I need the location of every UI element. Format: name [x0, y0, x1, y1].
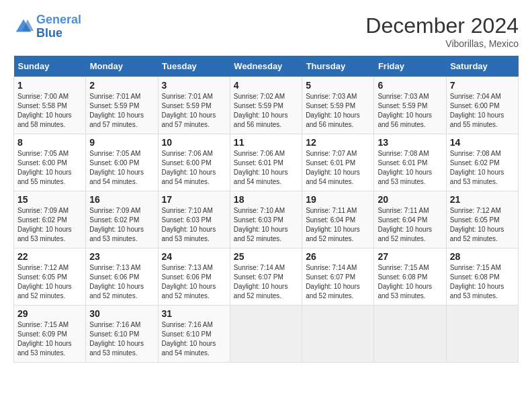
day-info: Sunrise: 7:10 AM Sunset: 6:03 PM Dayligh…: [234, 206, 298, 244]
weekday-header-row: SundayMondayTuesdayWednesdayThursdayFrid…: [14, 56, 519, 77]
calendar-cell: 27Sunrise: 7:15 AM Sunset: 6:08 PM Dayli…: [374, 248, 446, 306]
calendar-cell: 5Sunrise: 7:03 AM Sunset: 5:59 PM Daylig…: [302, 77, 374, 134]
day-info: Sunrise: 7:09 AM Sunset: 6:02 PM Dayligh…: [89, 206, 154, 244]
day-number: 20: [378, 194, 442, 205]
day-info: Sunrise: 7:12 AM Sunset: 6:05 PM Dayligh…: [450, 206, 515, 244]
day-number: 29: [17, 308, 82, 319]
calendar-cell: 24Sunrise: 7:13 AM Sunset: 6:06 PM Dayli…: [158, 248, 230, 306]
day-number: 22: [17, 251, 82, 262]
day-info: Sunrise: 7:01 AM Sunset: 5:59 PM Dayligh…: [162, 92, 226, 130]
calendar-cell: 4Sunrise: 7:02 AM Sunset: 5:59 PM Daylig…: [230, 77, 302, 134]
calendar-cell: 2Sunrise: 7:01 AM Sunset: 5:59 PM Daylig…: [86, 77, 158, 134]
day-number: 8: [17, 137, 82, 148]
calendar-cell: [302, 306, 374, 363]
day-number: 4: [234, 80, 298, 91]
calendar-cell: 3Sunrise: 7:01 AM Sunset: 5:59 PM Daylig…: [158, 77, 230, 134]
day-number: 24: [162, 251, 226, 262]
weekday-header-monday: Monday: [86, 56, 158, 77]
day-number: 18: [234, 194, 298, 205]
day-number: 12: [306, 137, 370, 148]
calendar-week-row: 22Sunrise: 7:12 AM Sunset: 6:05 PM Dayli…: [14, 248, 519, 306]
day-number: 17: [162, 194, 226, 205]
day-info: Sunrise: 7:12 AM Sunset: 6:05 PM Dayligh…: [17, 263, 82, 301]
day-info: Sunrise: 7:15 AM Sunset: 6:09 PM Dayligh…: [17, 320, 82, 358]
day-number: 21: [450, 194, 515, 205]
day-info: Sunrise: 7:06 AM Sunset: 6:01 PM Dayligh…: [234, 149, 298, 187]
day-info: Sunrise: 7:05 AM Sunset: 6:00 PM Dayligh…: [17, 149, 82, 187]
day-number: 13: [378, 137, 442, 148]
day-info: Sunrise: 7:15 AM Sunset: 6:08 PM Dayligh…: [450, 263, 515, 301]
day-number: 28: [450, 251, 515, 262]
day-number: 26: [306, 251, 370, 262]
day-number: 10: [162, 137, 226, 148]
calendar-week-row: 15Sunrise: 7:09 AM Sunset: 6:02 PM Dayli…: [14, 191, 519, 248]
day-info: Sunrise: 7:14 AM Sunset: 6:07 PM Dayligh…: [306, 263, 370, 301]
calendar-cell: 26Sunrise: 7:14 AM Sunset: 6:07 PM Dayli…: [302, 248, 374, 306]
page-header: General Blue December 2024 Viborillas, M…: [13, 13, 519, 49]
day-info: Sunrise: 7:08 AM Sunset: 6:01 PM Dayligh…: [378, 149, 442, 187]
day-info: Sunrise: 7:10 AM Sunset: 6:03 PM Dayligh…: [162, 206, 226, 244]
day-number: 6: [378, 80, 442, 91]
calendar-cell: 7Sunrise: 7:04 AM Sunset: 6:00 PM Daylig…: [446, 77, 518, 134]
day-number: 15: [17, 194, 82, 205]
location: Viborillas, Mexico: [365, 38, 519, 49]
calendar-cell: [446, 306, 518, 363]
calendar-table: SundayMondayTuesdayWednesdayThursdayFrid…: [13, 56, 519, 363]
day-number: 3: [162, 80, 226, 91]
calendar-cell: 21Sunrise: 7:12 AM Sunset: 6:05 PM Dayli…: [446, 191, 518, 248]
weekday-header-friday: Friday: [374, 56, 446, 77]
day-number: 14: [450, 137, 515, 148]
day-info: Sunrise: 7:09 AM Sunset: 6:02 PM Dayligh…: [17, 206, 82, 244]
day-number: 27: [378, 251, 442, 262]
day-number: 9: [89, 137, 154, 148]
calendar-cell: 6Sunrise: 7:03 AM Sunset: 5:59 PM Daylig…: [374, 77, 446, 134]
day-number: 30: [89, 308, 154, 319]
calendar-cell: 10Sunrise: 7:06 AM Sunset: 6:00 PM Dayli…: [158, 134, 230, 191]
calendar-cell: 8Sunrise: 7:05 AM Sunset: 6:00 PM Daylig…: [14, 134, 86, 191]
day-info: Sunrise: 7:03 AM Sunset: 5:59 PM Dayligh…: [306, 92, 370, 130]
day-info: Sunrise: 7:04 AM Sunset: 6:00 PM Dayligh…: [450, 92, 515, 130]
calendar-cell: 19Sunrise: 7:11 AM Sunset: 6:04 PM Dayli…: [302, 191, 374, 248]
calendar-cell: 18Sunrise: 7:10 AM Sunset: 6:03 PM Dayli…: [230, 191, 302, 248]
calendar-cell: 17Sunrise: 7:10 AM Sunset: 6:03 PM Dayli…: [158, 191, 230, 248]
day-info: Sunrise: 7:05 AM Sunset: 6:00 PM Dayligh…: [89, 149, 154, 187]
calendar-cell: 1Sunrise: 7:00 AM Sunset: 5:58 PM Daylig…: [14, 77, 86, 134]
calendar-cell: 31Sunrise: 7:16 AM Sunset: 6:10 PM Dayli…: [158, 306, 230, 363]
day-number: 31: [162, 308, 226, 319]
day-number: 23: [89, 251, 154, 262]
day-number: 5: [306, 80, 370, 91]
day-info: Sunrise: 7:08 AM Sunset: 6:02 PM Dayligh…: [450, 149, 515, 187]
calendar-cell: 25Sunrise: 7:14 AM Sunset: 6:07 PM Dayli…: [230, 248, 302, 306]
day-info: Sunrise: 7:01 AM Sunset: 5:59 PM Dayligh…: [89, 92, 154, 130]
calendar-cell: 11Sunrise: 7:06 AM Sunset: 6:01 PM Dayli…: [230, 134, 302, 191]
calendar-cell: 15Sunrise: 7:09 AM Sunset: 6:02 PM Dayli…: [14, 191, 86, 248]
calendar-week-row: 1Sunrise: 7:00 AM Sunset: 5:58 PM Daylig…: [14, 77, 519, 134]
day-info: Sunrise: 7:16 AM Sunset: 6:10 PM Dayligh…: [162, 320, 226, 358]
day-number: 16: [89, 194, 154, 205]
day-info: Sunrise: 7:11 AM Sunset: 6:04 PM Dayligh…: [378, 206, 442, 244]
weekday-header-sunday: Sunday: [14, 56, 86, 77]
day-info: Sunrise: 7:14 AM Sunset: 6:07 PM Dayligh…: [234, 263, 298, 301]
day-info: Sunrise: 7:15 AM Sunset: 6:08 PM Dayligh…: [378, 263, 442, 301]
calendar-cell: 13Sunrise: 7:08 AM Sunset: 6:01 PM Dayli…: [374, 134, 446, 191]
logo-text: General Blue: [36, 13, 81, 40]
day-number: 2: [89, 80, 154, 91]
calendar-week-row: 8Sunrise: 7:05 AM Sunset: 6:00 PM Daylig…: [14, 134, 519, 191]
day-number: 7: [450, 80, 515, 91]
calendar-cell: 28Sunrise: 7:15 AM Sunset: 6:08 PM Dayli…: [446, 248, 518, 306]
day-number: 1: [17, 80, 82, 91]
day-number: 19: [306, 194, 370, 205]
calendar-cell: [374, 306, 446, 363]
calendar-cell: 29Sunrise: 7:15 AM Sunset: 6:09 PM Dayli…: [14, 306, 86, 363]
calendar-cell: 20Sunrise: 7:11 AM Sunset: 6:04 PM Dayli…: [374, 191, 446, 248]
calendar-cell: 30Sunrise: 7:16 AM Sunset: 6:10 PM Dayli…: [86, 306, 158, 363]
calendar-cell: 12Sunrise: 7:07 AM Sunset: 6:01 PM Dayli…: [302, 134, 374, 191]
day-info: Sunrise: 7:06 AM Sunset: 6:00 PM Dayligh…: [162, 149, 226, 187]
calendar-cell: 22Sunrise: 7:12 AM Sunset: 6:05 PM Dayli…: [14, 248, 86, 306]
weekday-header-saturday: Saturday: [446, 56, 518, 77]
day-number: 25: [234, 251, 298, 262]
day-info: Sunrise: 7:11 AM Sunset: 6:04 PM Dayligh…: [306, 206, 370, 244]
calendar-cell: 9Sunrise: 7:05 AM Sunset: 6:00 PM Daylig…: [86, 134, 158, 191]
day-info: Sunrise: 7:13 AM Sunset: 6:06 PM Dayligh…: [162, 263, 226, 301]
logo-icon: [13, 17, 34, 37]
